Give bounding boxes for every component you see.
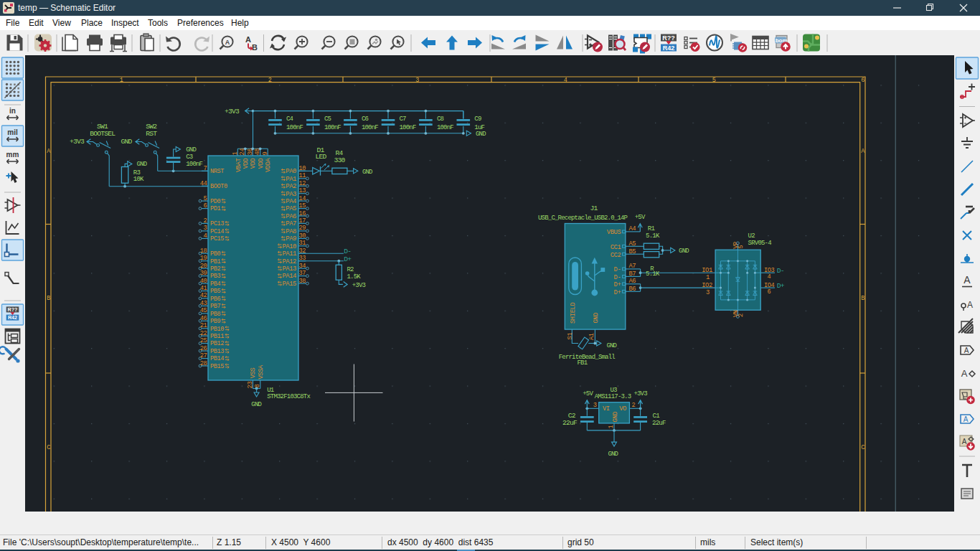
svg-text:VI: VI: [603, 405, 610, 413]
svg-text:PB10: PB10: [210, 326, 224, 333]
svg-text:PA10: PA10: [282, 243, 296, 250]
svg-text:R1: R1: [648, 225, 655, 232]
svg-text:A1: A1: [588, 333, 595, 340]
svg-text:PB8: PB8: [210, 311, 221, 318]
svg-text:B7: B7: [628, 270, 636, 278]
svg-text:17: 17: [299, 217, 306, 225]
svg-text:PB0: PB0: [210, 250, 221, 258]
svg-text:11: 11: [299, 172, 306, 179]
svg-text:C: C: [47, 444, 50, 451]
svg-text:5.1K: 5.1K: [646, 232, 660, 240]
svg-text:34: 34: [299, 263, 306, 270]
svg-text:PC13: PC13: [210, 220, 224, 227]
svg-text:PA13: PA13: [282, 265, 296, 273]
svg-text:R2: R2: [347, 266, 354, 273]
svg-text:22uF: 22uF: [652, 420, 666, 427]
svg-text:PB13: PB13: [210, 348, 224, 355]
svg-text:R42: R42: [8, 314, 17, 321]
svg-text:46: 46: [200, 315, 207, 322]
svg-text:GND: GND: [593, 313, 600, 324]
svg-text:mil: mil: [7, 128, 18, 136]
svg-text:3: 3: [593, 402, 597, 409]
svg-text:GND: GND: [251, 401, 261, 408]
svg-text:6: 6: [768, 288, 771, 296]
svg-text:D-: D-: [777, 267, 784, 275]
svg-text:PA14: PA14: [282, 273, 296, 280]
svg-text:30: 30: [299, 232, 306, 240]
svg-text:USB_C_Receptacle_USB2.0_14P: USB_C_Receptacle_USB2.0_14P: [538, 215, 628, 222]
svg-text:VDD: VDD: [242, 158, 250, 169]
svg-text:36: 36: [247, 149, 254, 156]
svg-text:C4: C4: [286, 116, 293, 123]
svg-text:16: 16: [299, 210, 306, 217]
svg-text:40: 40: [200, 278, 207, 285]
svg-text:VBAT: VBAT: [235, 158, 242, 172]
svg-text:+3V3: +3V3: [70, 138, 85, 146]
svg-text:C6: C6: [362, 116, 369, 123]
svg-text:PA11: PA11: [282, 250, 296, 258]
svg-text:3: 3: [415, 77, 419, 84]
svg-text:PB12: PB12: [210, 340, 224, 347]
svg-text:A: A: [245, 35, 251, 44]
svg-text:mm: mm: [6, 151, 19, 159]
svg-text:VDDA: VDDA: [265, 157, 272, 172]
svg-text:IO1: IO1: [702, 267, 712, 274]
svg-text:PB5: PB5: [210, 288, 221, 295]
svg-text:IO2: IO2: [702, 282, 712, 289]
svg-text:25: 25: [200, 337, 207, 344]
svg-text:1: 1: [608, 425, 615, 428]
svg-text:37: 37: [299, 270, 306, 277]
svg-text:C7: C7: [400, 116, 407, 123]
svg-text:PA0: PA0: [286, 168, 296, 175]
svg-text:PB1: PB1: [210, 258, 221, 265]
svg-text:A: A: [961, 368, 968, 379]
svg-text:28: 28: [200, 360, 207, 367]
svg-text:45: 45: [200, 307, 207, 314]
svg-text:R42: R42: [663, 44, 675, 52]
svg-text:A6: A6: [628, 278, 636, 285]
svg-text:22: 22: [200, 330, 207, 337]
svg-text:6: 6: [861, 77, 864, 84]
svg-text:PA1: PA1: [286, 176, 296, 183]
svg-text:LED: LED: [315, 153, 326, 161]
svg-text:VDD: VDD: [250, 158, 257, 169]
svg-text:23: 23: [247, 382, 254, 389]
svg-text:PD0: PD0: [210, 198, 221, 205]
svg-text:STM32F103C8Tx: STM32F103C8Tx: [267, 393, 310, 400]
svg-text:15: 15: [299, 202, 306, 209]
svg-text:PB6: PB6: [210, 296, 221, 303]
svg-text:CC2: CC2: [611, 252, 621, 259]
svg-text:VBUS: VBUS: [607, 229, 621, 236]
svg-text:C: C: [861, 444, 864, 451]
svg-text:S1: S1: [567, 333, 575, 340]
svg-text:10K: 10K: [133, 176, 144, 183]
svg-text:A: A: [962, 438, 967, 446]
svg-text:C9: C9: [474, 116, 481, 123]
svg-text:+5V: +5V: [583, 390, 593, 397]
svg-text:AMS1117-3.3: AMS1117-3.3: [595, 393, 631, 400]
svg-text:A: A: [963, 274, 971, 286]
svg-text:41: 41: [200, 285, 207, 292]
svg-text:PB14: PB14: [210, 355, 224, 362]
svg-text:5: 5: [204, 195, 207, 202]
svg-text:PB11: PB11: [210, 333, 224, 340]
svg-text:100nF: 100nF: [437, 124, 453, 131]
svg-text:VDD: VDD: [258, 158, 265, 169]
svg-text:PA7: PA7: [286, 220, 296, 227]
svg-text:FB1: FB1: [578, 359, 588, 367]
svg-text:GND: GND: [679, 248, 689, 255]
svg-text:100nF: 100nF: [400, 124, 416, 131]
svg-text:5: 5: [738, 245, 745, 249]
svg-text:42: 42: [200, 292, 207, 299]
svg-text:100nF: 100nF: [324, 124, 341, 131]
svg-text:PC14: PC14: [210, 228, 224, 235]
svg-text:PA2: PA2: [286, 183, 296, 190]
svg-text:2: 2: [204, 217, 207, 225]
svg-text:U2: U2: [748, 232, 755, 240]
svg-text:D+: D+: [344, 255, 352, 263]
svg-text:1.5K: 1.5K: [347, 273, 362, 281]
svg-text:A: A: [225, 39, 230, 46]
svg-text:100nF: 100nF: [186, 161, 202, 168]
svg-text:PA15: PA15: [282, 281, 296, 288]
svg-text:8: 8: [254, 385, 261, 388]
